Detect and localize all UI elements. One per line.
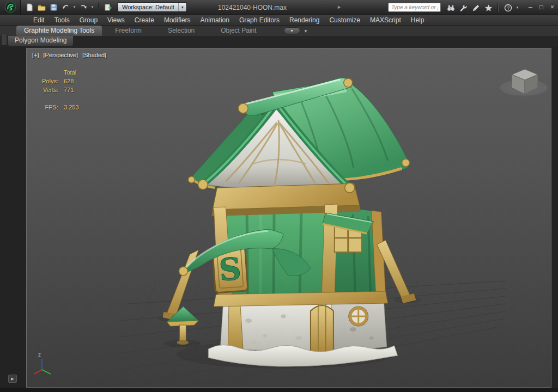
viewport-canvas[interactable]: S [27,48,551,387]
infocenter-toolbar: ? ▾ [445,2,520,13]
toolbar-separator [498,3,499,12]
menu-rendering[interactable]: Rendering [284,15,324,25]
help-button[interactable]: ? [502,2,513,13]
viewport-general-menu[interactable]: [+] [32,52,39,58]
toolbar-separator [98,3,99,11]
polys-value: 628 [64,77,79,85]
fps-label: FPS: [33,103,58,112]
menu-help[interactable]: Help [406,15,429,25]
tab-graphite-modeling-tools[interactable]: Graphite Modeling Tools [16,26,102,36]
axis-z-label: z [38,352,41,358]
max-logo-icon [4,1,16,13]
viewport-pov-menu[interactable]: [Perspective] [44,52,78,58]
stats-header: Total [64,68,79,77]
tab-object-paint[interactable]: Object Paint [208,26,269,36]
fps-value: 3.253 [64,103,79,112]
menu-edit[interactable]: Edit [28,15,50,25]
menu-customize[interactable]: Customize [324,15,365,25]
stats-header-row: Total [33,68,79,77]
stats-fps-row: FPS: 3.253 [33,103,79,112]
menu-graph-editors[interactable]: Graph Editors [234,15,284,25]
wrench-icon [459,4,468,12]
title-bar: ▾ ▾ Workspace: Default ▾ 102421040-HOON. [0,0,558,15]
chevron-down-icon: ▾ [178,3,186,11]
stats-polys-row: Polys: 628 [33,77,79,85]
minimize-button[interactable]: – [529,3,532,11]
favorites-button[interactable] [483,2,494,13]
toolbar-expander[interactable]: ► [337,4,342,10]
menu-group[interactable]: Group [75,15,102,25]
search-input[interactable] [388,3,441,12]
undo-icon [62,3,70,11]
project-folder-icon [104,3,112,11]
open-file-button[interactable] [36,2,47,13]
star-icon [484,4,493,12]
undo-button[interactable] [60,2,71,13]
polys-label: Polys: [33,77,58,85]
help-icon: ? [504,4,512,12]
left-dock [0,47,26,392]
application-window: ▾ ▾ Workspace: Default ▾ 102421040-HOON. [0,0,558,392]
communication-button[interactable] [470,2,481,13]
workspace-label: Workspace: Default [118,3,178,11]
right-dock [551,47,558,392]
open-folder-icon [38,3,46,11]
ribbon-tab-bar: Graphite Modeling Tools Freeform Selecti… [0,26,558,36]
verts-label: Verts: [33,85,58,94]
ribbon-subtab-row: Polygon Modeling [0,36,558,47]
new-scene-button[interactable] [24,2,35,13]
save-floppy-icon [50,3,58,11]
viewport[interactable]: S [26,48,551,388]
panel-edge-sliver [1,34,7,46]
tab-freeform[interactable]: Freeform [102,26,155,36]
view-cube[interactable] [500,69,548,96]
document-title: 102421040-HOON.max [201,4,304,11]
menu-maxscript[interactable]: MAXScript [365,15,406,25]
save-file-button[interactable] [48,2,59,13]
ribbon-minimize-button[interactable]: ▾ [284,27,300,34]
settings-button[interactable] [458,2,469,13]
tab-polygon-modeling[interactable]: Polygon Modeling [8,36,74,46]
expand-panel-button[interactable]: ▶ [8,375,17,383]
menu-animation[interactable]: Animation [196,15,234,25]
menu-views[interactable]: Views [102,15,130,25]
menu-create[interactable]: Create [130,15,159,25]
verts-value: 771 [64,85,79,94]
menu-bar: Edit Tools Group Views Create Modifiers … [0,15,558,26]
menu-tools[interactable]: Tools [50,15,75,25]
search-button[interactable] [445,2,456,13]
maximize-button[interactable]: □ [539,3,543,11]
stats-verts-row: Verts: 771 [33,85,79,94]
project-folder-button[interactable] [102,2,113,13]
quick-access-toolbar: ▾ ▾ Workspace: Default ▾ [21,2,187,13]
tab-selection[interactable]: Selection [155,26,208,36]
new-document-icon [26,3,34,11]
viewport-statistics: Total Polys: 628 Verts: 771 FPS: 3.253 [33,68,79,112]
triangle-right-icon: ▶ [11,377,14,381]
axis-gizmo: z [34,352,51,374]
binoculars-icon [447,4,455,12]
app-menu-button[interactable] [0,0,21,15]
pencil-icon [472,4,480,12]
workspace-selector[interactable]: Workspace: Default ▾ [118,2,187,12]
ribbon-flyout-arrow[interactable]: ▾ [305,28,307,34]
menu-modifiers[interactable]: Modifiers [159,15,196,25]
undo-dropdown-arrow[interactable]: ▾ [72,5,77,9]
redo-button[interactable] [78,2,89,13]
viewport-labels: [+] [Perspective] [Shaded] [32,52,106,58]
close-button[interactable]: × [550,3,554,11]
redo-dropdown-arrow[interactable]: ▾ [90,5,95,9]
viewport-shading-menu[interactable]: [Shaded] [82,52,106,58]
house-model[interactable]: S [162,78,416,366]
window-controls: – □ × [529,3,554,11]
help-dropdown-arrow[interactable]: ▾ [515,5,520,10]
bottom-dock [0,388,558,392]
svg-text:?: ? [507,5,510,10]
sign-letter: S [218,250,242,288]
redo-icon [80,3,88,11]
